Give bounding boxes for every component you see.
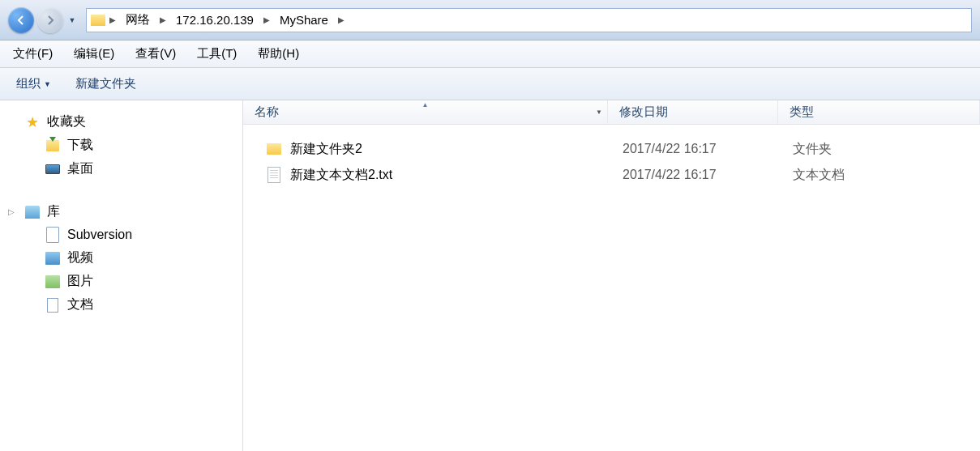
arrow-left-icon bbox=[15, 15, 27, 26]
organize-label: 组织 bbox=[16, 76, 41, 91]
sidebar-item-label: 下载 bbox=[67, 137, 93, 154]
back-button[interactable] bbox=[8, 7, 34, 33]
download-folder-icon bbox=[45, 138, 61, 154]
sidebar-item-subversion[interactable]: Subversion bbox=[0, 223, 242, 246]
column-header-type[interactable]: 类型 bbox=[778, 100, 980, 124]
file-row-folder[interactable]: 新建文件夹2 2017/4/22 16:17 文件夹 bbox=[243, 136, 980, 162]
file-name: 新建文件夹2 bbox=[290, 141, 362, 158]
menu-tools[interactable]: 工具(T) bbox=[194, 45, 240, 63]
nav-history-dropdown[interactable]: ▼ bbox=[66, 7, 78, 33]
chevron-down-icon: ▼ bbox=[44, 80, 51, 88]
favorites-label: 收藏夹 bbox=[47, 113, 86, 130]
sidebar-item-label: 视频 bbox=[67, 249, 93, 266]
file-name: 新建文本文档2.txt bbox=[290, 167, 392, 184]
file-list-pane: 名称 ▲ ▼ 修改日期 类型 新建文件夹2 2017/4/22 16:17 文件… bbox=[243, 100, 980, 451]
star-icon: ★ bbox=[24, 114, 41, 130]
sidebar-item-desktop[interactable]: 桌面 bbox=[0, 157, 242, 181]
new-folder-button[interactable]: 新建文件夹 bbox=[75, 76, 136, 91]
column-header-modified[interactable]: 修改日期 bbox=[608, 100, 778, 124]
picture-icon bbox=[45, 274, 61, 290]
column-filter-dropdown-icon[interactable]: ▼ bbox=[596, 108, 602, 116]
sidebar-favorites-header[interactable]: ★ 收藏夹 bbox=[0, 110, 242, 134]
sort-ascending-icon: ▲ bbox=[422, 101, 429, 108]
library-icon bbox=[24, 204, 41, 220]
expand-arrow-icon[interactable]: ▷ bbox=[8, 207, 15, 216]
sidebar-item-label: 桌面 bbox=[67, 160, 93, 177]
file-row-textfile[interactable]: 新建文本文档2.txt 2017/4/22 16:17 文本文档 bbox=[243, 162, 980, 188]
breadcrumb-arrow-icon[interactable]: ▶ bbox=[158, 15, 168, 24]
forward-button[interactable] bbox=[37, 7, 63, 33]
new-folder-label: 新建文件夹 bbox=[75, 76, 136, 91]
sidebar-item-downloads[interactable]: 下载 bbox=[0, 134, 242, 157]
favorites-group: ★ 收藏夹 下载 桌面 bbox=[0, 110, 242, 181]
file-modified: 2017/4/22 16:17 bbox=[623, 142, 793, 156]
sidebar-item-videos[interactable]: 视频 bbox=[0, 246, 242, 270]
breadcrumb-arrow-icon[interactable]: ▶ bbox=[262, 15, 272, 24]
libraries-group: ▷ 库 Subversion 视频 图片 文档 bbox=[0, 200, 242, 317]
organize-button[interactable]: 组织 ▼ bbox=[16, 76, 51, 91]
breadcrumb-network[interactable]: 网络 bbox=[119, 9, 156, 32]
sidebar-item-documents[interactable]: 文档 bbox=[0, 293, 242, 317]
desktop-icon bbox=[45, 161, 61, 177]
menu-view[interactable]: 查看(V) bbox=[132, 45, 179, 63]
breadcrumb-share[interactable]: MyShare bbox=[273, 9, 335, 32]
address-bar[interactable]: ▶ 网络 ▶ 172.16.20.139 ▶ MyShare ▶ bbox=[86, 8, 972, 32]
column-header-row: 名称 ▲ ▼ 修改日期 类型 bbox=[243, 100, 980, 125]
breadcrumb-host[interactable]: 172.16.20.139 bbox=[169, 9, 260, 32]
navigation-bar: ▼ ▶ 网络 ▶ 172.16.20.139 ▶ MyShare ▶ bbox=[0, 0, 980, 40]
column-label: 名称 bbox=[255, 104, 279, 120]
menu-help[interactable]: 帮助(H) bbox=[255, 45, 302, 63]
sidebar-item-label: 图片 bbox=[67, 273, 93, 290]
navigation-sidebar: ★ 收藏夹 下载 桌面 ▷ 库 Subversion bbox=[0, 100, 243, 451]
file-type: 文本文档 bbox=[793, 167, 980, 184]
file-list-body: 新建文件夹2 2017/4/22 16:17 文件夹 新建文本文档2.txt 2… bbox=[243, 125, 980, 188]
document-icon bbox=[45, 297, 61, 313]
menu-bar: 文件(F) 编辑(E) 查看(V) 工具(T) 帮助(H) bbox=[0, 40, 980, 68]
column-label: 类型 bbox=[790, 104, 814, 120]
breadcrumb-arrow-icon[interactable]: ▶ bbox=[336, 15, 346, 24]
main-area: ★ 收藏夹 下载 桌面 ▷ 库 Subversion bbox=[0, 100, 980, 451]
menu-file[interactable]: 文件(F) bbox=[10, 45, 56, 63]
arrow-right-icon bbox=[45, 15, 56, 26]
command-toolbar: 组织 ▼ 新建文件夹 bbox=[0, 68, 980, 100]
chevron-down-icon: ▼ bbox=[69, 16, 76, 24]
sidebar-item-label: Subversion bbox=[67, 228, 132, 242]
location-folder-icon bbox=[90, 12, 106, 28]
text-file-icon bbox=[266, 167, 282, 183]
column-header-name[interactable]: 名称 ▲ ▼ bbox=[243, 100, 608, 124]
breadcrumb-root-arrow[interactable]: ▶ bbox=[108, 15, 118, 24]
svn-icon bbox=[45, 227, 61, 243]
file-type: 文件夹 bbox=[793, 141, 980, 158]
sidebar-libraries-header[interactable]: ▷ 库 bbox=[0, 200, 242, 223]
folder-icon bbox=[266, 141, 282, 157]
libraries-label: 库 bbox=[47, 203, 60, 220]
video-icon bbox=[45, 250, 61, 266]
column-label: 修改日期 bbox=[619, 104, 668, 120]
sidebar-item-label: 文档 bbox=[67, 296, 93, 313]
menu-edit[interactable]: 编辑(E) bbox=[71, 45, 118, 63]
file-modified: 2017/4/22 16:17 bbox=[623, 168, 793, 182]
sidebar-item-pictures[interactable]: 图片 bbox=[0, 270, 242, 293]
